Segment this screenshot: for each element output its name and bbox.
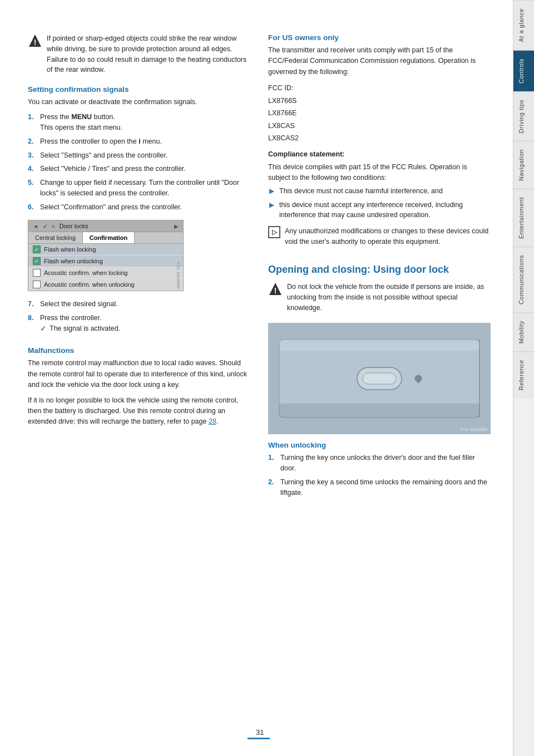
when-unlocking-section: When unlocking 1. Turning the key once u…	[268, 441, 491, 498]
sidebar: At a glance Controls Driving tips Naviga…	[513, 0, 534, 756]
step-8: 8. Press the controller. ✓ The signal is…	[28, 313, 251, 337]
sidebar-tab-driving-tips[interactable]: Driving tips	[513, 91, 535, 141]
setting-confirmation-intro: You can activate or deactivate the confi…	[28, 97, 251, 107]
warning-icon-2: !	[268, 282, 283, 298]
svg-rect-9	[417, 379, 419, 383]
arrow-icon-1: ▶	[269, 186, 276, 197]
screenshot-row-2: ✓ Flash when unlocking	[28, 256, 183, 267]
check-icon-3	[33, 269, 41, 277]
opening-warning-text: Do not lock the vehicle from the outside…	[287, 282, 491, 313]
condition-1: ▶ This device must not cause harmful int…	[268, 186, 491, 197]
check-icon-2: ✓	[33, 257, 41, 265]
sidebar-tab-at-a-glance[interactable]: At a glance	[513, 0, 535, 50]
svg-rect-11	[279, 340, 479, 351]
screenshot-title: Door locks	[60, 223, 88, 229]
screenshot-box: ◄ ✓ ≡ Door locks ▶ Central locking Confi…	[28, 220, 184, 291]
for-us-owners-header: For US owners only	[268, 33, 491, 42]
sidebar-tab-communications[interactable]: Communications	[513, 247, 535, 312]
malfunctions-text-2: If it is no longer possible to lock the …	[28, 395, 251, 428]
steps-after-list: 7. Select the desired signal. 8. Press t…	[28, 299, 251, 337]
setting-confirmation-section: Setting confirmation signals You can act…	[28, 85, 251, 337]
setting-confirmation-header: Setting confirmation signals	[28, 85, 251, 94]
central-locking-tab: Central locking	[28, 232, 83, 243]
door-photo: P31 1003565	[268, 323, 491, 434]
compliance-text: This device complies with part 15 of the…	[268, 162, 491, 184]
setting-steps-list: 1. Press the MENU button.This opens the …	[28, 112, 251, 212]
svg-text:!: !	[34, 38, 37, 47]
page-line	[248, 738, 270, 739]
photo-watermark: P31 1003565	[461, 427, 487, 432]
unlocking-steps: 1. Turning the key once unlocks the driv…	[268, 453, 491, 498]
check-icon-1: ✓	[33, 246, 41, 253]
malfunctions-section: Malfunctions The remote control may malf…	[28, 346, 251, 427]
menu-label: MENU	[71, 113, 92, 121]
screenshot-row-4: Acoustic confirm. when unlocking	[28, 279, 183, 291]
mod-warning-text: Any unauthorized modifications or change…	[285, 226, 491, 248]
malfunctions-text-1: The remote control may malfunction due t…	[28, 358, 251, 390]
warning-icon: !	[28, 33, 42, 50]
signal-activated: ✓ The signal is activated.	[40, 323, 120, 335]
sidebar-tab-reference[interactable]: Reference	[513, 351, 535, 398]
when-unlocking-header: When unlocking	[268, 441, 491, 449]
mod-warning-box: ▷ Any unauthorized modifications or chan…	[268, 226, 491, 252]
screenshot-tabs: Central locking Confirmation	[28, 232, 183, 244]
unlocking-step-2: 2. Turning the key a second time unlocks…	[268, 477, 491, 498]
page-number: 31	[256, 728, 264, 737]
svg-rect-12	[279, 404, 479, 418]
sidebar-tab-mobility[interactable]: Mobility	[513, 312, 535, 351]
warning-box: ! If pointed or sharp-edged objects coul…	[28, 33, 251, 75]
mod-warning-icon: ▷	[268, 226, 280, 238]
for-us-owners-section: For US owners only The transmitter and r…	[268, 33, 491, 252]
screenshot-watermark: P31 1003566	[176, 262, 181, 289]
step-7: 7. Select the desired signal.	[28, 299, 251, 310]
right-column: For US owners only The transmitter and r…	[268, 33, 491, 734]
opening-closing-section: Opening and closing: Using door lock ! D…	[268, 263, 491, 498]
step-2: 2. Press the controller to open the i me…	[28, 136, 251, 147]
warning-text: If pointed or sharp-edged objects could …	[47, 33, 251, 75]
sidebar-tab-controls[interactable]: Controls	[513, 50, 535, 91]
malfunctions-header: Malfunctions	[28, 346, 251, 355]
check-icon-4	[33, 281, 41, 288]
page-link[interactable]: 28	[209, 418, 216, 425]
sidebar-tab-entertainment[interactable]: Entertainment	[513, 189, 535, 247]
condition-2: ▶ this device must accept any interferen…	[268, 200, 491, 221]
fcc-ids: FCC ID: LX8766S LX8766E LX8CAS LX8CAS2	[268, 82, 491, 145]
screenshot-row-3: Acoustic confirm. when locking	[28, 267, 183, 279]
sidebar-tab-navigation[interactable]: Navigation	[513, 141, 535, 189]
screenshot-rows: ✓ Flash when locking ✓ Flash when unlock…	[28, 244, 183, 291]
unlocking-step-1: 1. Turning the key once unlocks the driv…	[268, 453, 491, 474]
arrow-icon-2: ▶	[269, 200, 276, 221]
screenshot-row-1: ✓ Flash when locking	[28, 244, 183, 256]
svg-rect-7	[363, 373, 396, 384]
step-5: 5. Change to upper field if necessary. T…	[28, 178, 251, 199]
step-3: 3. Select "Settings" and press the contr…	[28, 150, 251, 161]
left-column: ! If pointed or sharp-edged objects coul…	[28, 33, 251, 734]
compliance-header: Compliance statement:	[268, 149, 491, 160]
opening-closing-warning: ! Do not lock the vehicle from the outsi…	[268, 282, 491, 313]
step-4: 4. Select "Vehicle / Tires" and press th…	[28, 164, 251, 174]
step-6: 6. Select "Confirmation" and press the c…	[28, 202, 251, 213]
conditions-list: ▶ This device must not cause harmful int…	[268, 186, 491, 220]
screenshot-title-bar: ◄ ✓ ≡ Door locks ▶	[28, 220, 183, 232]
opening-closing-header: Opening and closing: Using door lock	[268, 263, 491, 276]
for-us-owners-intro: The transmitter and receiver units compl…	[268, 45, 491, 77]
svg-text:!: !	[274, 286, 277, 295]
confirmation-tab: Confirmation	[83, 232, 135, 243]
step-1: 1. Press the MENU button.This opens the …	[28, 112, 251, 133]
